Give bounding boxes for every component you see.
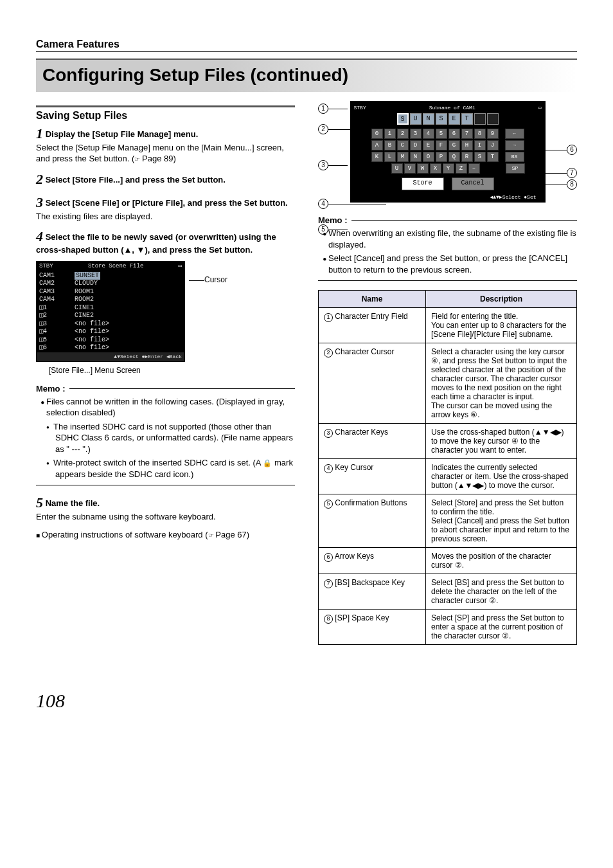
kb-stby-badge: STBY xyxy=(354,105,366,111)
memo-list: When overwriting an existing file, the s… xyxy=(318,228,577,275)
software-keyboard-screen: STBY Subname of CAM1 ▭ S U N S E T xyxy=(350,101,546,203)
kb-row-digits: 0 1 2 3 4 5 6 7 8 9 ← xyxy=(354,129,542,139)
memo-end-rule xyxy=(318,280,577,281)
callout-7: 7 xyxy=(567,168,577,178)
kb-row-k: K L M N O P Q R S T BS xyxy=(354,152,542,162)
osd-stby-badge: STBY xyxy=(39,263,53,270)
osd-menu-figure: STBY Store Scene File ▭ CAM1SUNSET CAM2C… xyxy=(36,261,295,361)
kb-confirmation-row: Store Cancel xyxy=(354,177,542,190)
table-row: 7 [BS] Backspace Key Select [BS] and pre… xyxy=(319,574,577,610)
step-number: 5 xyxy=(36,494,43,511)
step-number: 3 xyxy=(36,194,43,210)
kb-row-a: A B C D E F G H I J → xyxy=(354,140,542,150)
table-row: 5 Confirmation Buttons Select [Store] an… xyxy=(319,494,577,548)
character-entry-field: S U N S E T xyxy=(354,113,542,125)
description-table: Name Description 1 Character Entry Field… xyxy=(318,290,577,645)
step-5: 5 Name the file. Enter the subname using… xyxy=(36,494,295,523)
step-1: 1 Display the [Setup File Manage] menu. … xyxy=(36,125,295,165)
battery-icon: ▭ xyxy=(538,105,542,111)
table-row: 3 Character Keys Use the cross-shaped bu… xyxy=(319,424,577,459)
step-title: Select the file to be newly saved (or ov… xyxy=(36,232,276,255)
step-4: 4 Select the file to be newly saved (or … xyxy=(36,228,295,255)
battery-icon: ▭ xyxy=(179,263,182,270)
arrow-left-key: ← xyxy=(505,129,524,139)
osd-title: Store Scene File xyxy=(53,263,179,270)
backspace-key: BS xyxy=(505,152,524,162)
cursor-callout: Cursor xyxy=(189,275,227,284)
memo-end-rule xyxy=(36,485,295,485)
osd-screen: STBY Store Scene File ▭ CAM1SUNSET CAM2C… xyxy=(36,261,185,361)
callout-6: 6 xyxy=(567,145,577,155)
step-3: 3 Select [Scene File] or [Picture File],… xyxy=(36,194,295,222)
step-number: 2 xyxy=(36,171,43,187)
osd-footer: ▲▼Select ●▶Enter ◀Back xyxy=(37,352,184,361)
store-button: Store xyxy=(402,177,444,190)
step-title: Select [Scene File] or [Picture File], a… xyxy=(46,198,288,208)
lock-icon: 🔒 xyxy=(263,458,272,468)
step-body: Enter the subname using the software key… xyxy=(36,511,295,523)
step-title: Display the [Setup File Manage] menu. xyxy=(46,129,199,139)
table-row: 2 Character Cursor Select a character us… xyxy=(319,343,577,424)
step-title: Name the file. xyxy=(46,498,100,508)
arrow-right-key: → xyxy=(505,140,524,150)
step-number: 4 xyxy=(36,228,43,244)
callout-1: 1 xyxy=(318,104,328,114)
callout-2: 2 xyxy=(318,124,328,134)
kb-row-u: U V W X Y Z – SP xyxy=(354,163,542,174)
table-row: 6 Arrow Keys Moves the position of the c… xyxy=(319,548,577,574)
memo-rule-icon xyxy=(351,220,578,221)
memo-list: Files cannot be written in the following… xyxy=(36,396,295,480)
reference-icon: ☞ xyxy=(208,532,216,539)
table-row: 1 Character Entry Field Field for enteri… xyxy=(319,308,577,343)
callout-5: 5 xyxy=(318,224,328,235)
keyboard-figure: 1 2 3 4 5 6 7 8 STBY Subname of CAM1 ▭ S xyxy=(318,101,577,203)
space-key: SP xyxy=(506,163,525,174)
divider xyxy=(36,105,295,107)
table-row: 4 Key Cursor Indicates the currently sel… xyxy=(319,459,577,494)
callout-3: 3 xyxy=(318,160,328,170)
step-body: The existing files are displayed. xyxy=(36,211,295,222)
table-header-desc: Description xyxy=(426,291,577,308)
callout-4: 4 xyxy=(318,199,328,209)
memo-rule-icon xyxy=(69,388,296,389)
step-number: 1 xyxy=(36,125,43,141)
reference-line: Operating instructions of software keybo… xyxy=(36,529,295,541)
memo-heading: Memo : xyxy=(318,215,577,225)
table-header-name: Name xyxy=(319,291,426,308)
figure-caption: [Store File...] Menu Screen xyxy=(49,366,295,375)
subsection-heading: Saving Setup Files xyxy=(36,110,295,122)
callout-8: 8 xyxy=(567,179,577,190)
section-header: Camera Features xyxy=(36,39,577,52)
page-title-block: Configuring Setup Files (continued) xyxy=(36,59,577,92)
cancel-button: Cancel xyxy=(452,177,494,190)
reference-icon: ☞ xyxy=(134,156,142,163)
step-body: Select the [Setup File Manage] menu on t… xyxy=(36,142,295,165)
step-2: 2 Select [Store File...] and press the S… xyxy=(36,171,295,188)
step-title: Select [Store File...] and press the Set… xyxy=(46,175,226,185)
page-title: Configuring Setup Files (continued) xyxy=(42,65,571,86)
page-number: 108 xyxy=(36,690,577,712)
memo-heading: Memo : xyxy=(36,384,295,393)
table-row: 8 [SP] Space Key Select [SP] and press t… xyxy=(319,610,577,645)
